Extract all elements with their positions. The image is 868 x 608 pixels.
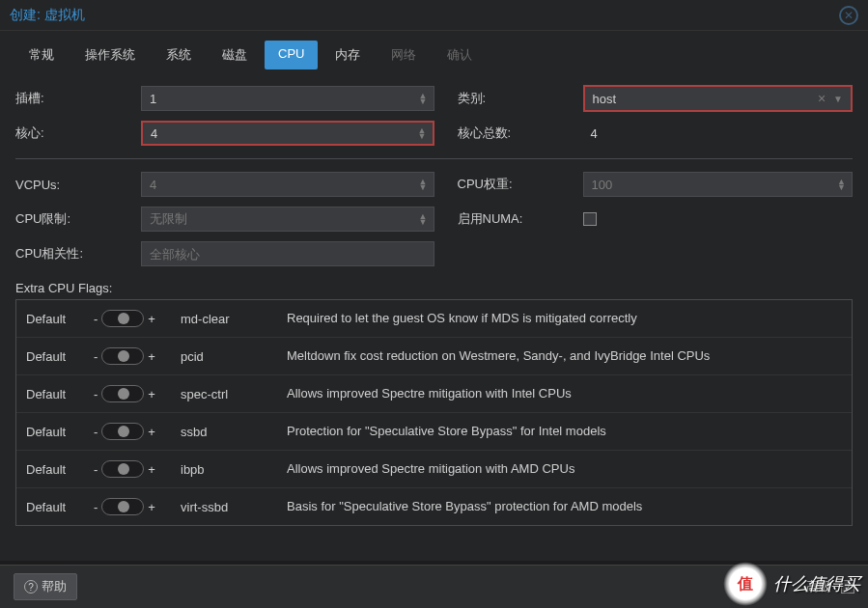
type-label: 类别: <box>458 90 583 107</box>
cpu-weight-label: CPU权重: <box>458 176 583 193</box>
flag-tristate[interactable]: -+ <box>94 347 181 365</box>
flag-name: virt-ssbd <box>181 500 287 514</box>
tab-操作系统[interactable]: 操作系统 <box>71 41 149 69</box>
flag-default-label: Default <box>26 425 94 439</box>
cpu-weight-value: 100 <box>592 178 613 192</box>
vcpus-value: 4 <box>150 178 156 192</box>
tab-网络: 网络 <box>378 41 430 69</box>
flag-name: ssbd <box>181 425 287 439</box>
flag-default-label: Default <box>26 462 94 477</box>
cores-input[interactable] <box>151 126 425 141</box>
flag-description: Meltdown fix cost reduction on Westmere,… <box>287 348 842 365</box>
cpu-limit-field[interactable]: 无限制 ▲▼ <box>141 207 434 232</box>
tab-系统[interactable]: 系统 <box>153 41 205 69</box>
tab-磁盘[interactable]: 磁盘 <box>209 41 261 69</box>
flag-row: Default-+pcidMeltdown fix cost reduction… <box>16 338 852 375</box>
sockets-label: 插槽: <box>15 90 141 107</box>
cpu-flags-list[interactable]: Default-+md-clearRequired to let the gue… <box>15 299 853 526</box>
total-cores-value: 4 <box>583 126 598 141</box>
spinner-icon[interactable]: ▲▼ <box>419 93 428 104</box>
cpu-type-select[interactable]: host ×▼ <box>583 85 854 112</box>
flag-default-label: Default <box>26 500 94 514</box>
flag-tristate[interactable]: -+ <box>94 423 181 440</box>
tab-确认: 确认 <box>434 41 486 69</box>
cpu-limit-value: 无限制 <box>150 210 187 228</box>
flag-row: Default-+ibpbAllows improved Spectre mit… <box>16 451 852 488</box>
spinner-icon[interactable]: ▲▼ <box>419 179 428 190</box>
tab-bar: 常规操作系统系统磁盘CPU内存网络确认 <box>0 31 868 73</box>
spinner-icon[interactable]: ▲▼ <box>418 127 427 139</box>
flag-default-label: Default <box>26 312 94 326</box>
flag-name: pcid <box>181 349 287 364</box>
flag-tristate[interactable]: -+ <box>94 310 181 327</box>
flag-tristate[interactable]: -+ <box>94 498 181 515</box>
cores-field[interactable]: ▲▼ <box>141 121 434 146</box>
vcpus-label: VCPUs: <box>15 178 141 192</box>
chevron-down-icon[interactable]: ▼ <box>833 94 843 104</box>
flag-row: Default-+md-clearRequired to let the gue… <box>16 300 852 338</box>
sockets-input[interactable] <box>150 92 426 106</box>
close-icon[interactable]: ✕ <box>839 6 858 25</box>
question-icon: ? <box>24 580 38 594</box>
cpu-affinity-input[interactable] <box>150 247 426 262</box>
cpu-type-value: host <box>593 92 617 106</box>
flag-tristate[interactable]: -+ <box>94 460 181 478</box>
help-button[interactable]: ? 帮助 <box>14 573 77 600</box>
advanced-label: 高级 <box>806 578 831 595</box>
cpu-weight-field[interactable]: 100 ▲▼ <box>583 172 854 197</box>
extra-cpu-flags-title: Extra CPU Flags: <box>15 281 853 295</box>
flag-row: Default-+virt-ssbdBasis for "Speculative… <box>16 488 852 526</box>
spinner-icon[interactable]: ▲▼ <box>419 213 428 225</box>
tab-常规[interactable]: 常规 <box>15 41 68 69</box>
tab-CPU[interactable]: CPU <box>265 41 318 69</box>
flag-description: Required to let the guest OS know if MDS… <box>287 311 842 327</box>
flag-name: md-clear <box>181 312 287 326</box>
help-label: 帮助 <box>42 578 67 595</box>
flag-default-label: Default <box>26 387 94 401</box>
numa-checkbox[interactable] <box>583 212 597 226</box>
flag-row: Default-+ssbdProtection for "Speculative… <box>16 413 852 451</box>
dialog-title: 创建: 虚拟机 <box>10 7 85 24</box>
cpu-affinity-field[interactable] <box>141 241 434 266</box>
cpu-limit-label: CPU限制: <box>15 210 141 228</box>
advanced-checkbox[interactable]: ✓ <box>841 580 854 594</box>
tab-内存[interactable]: 内存 <box>322 41 374 69</box>
flag-description: Allows improved Spectre mitigation with … <box>287 461 842 478</box>
flag-name: ibpb <box>181 462 287 477</box>
cpu-affinity-label: CPU相关性: <box>15 245 141 263</box>
flag-description: Allows improved Spectre mitigation with … <box>287 386 842 402</box>
vcpus-field[interactable]: 4 ▲▼ <box>141 172 434 197</box>
flag-name: spec-ctrl <box>181 387 287 401</box>
flag-tristate[interactable]: -+ <box>94 385 181 402</box>
numa-label: 启用NUMA: <box>458 210 583 228</box>
cores-label: 核心: <box>15 124 141 142</box>
flag-row: Default-+spec-ctrlAllows improved Spectr… <box>16 375 852 413</box>
spinner-icon[interactable]: ▲▼ <box>837 179 846 190</box>
flag-default-label: Default <box>26 349 94 364</box>
flag-description: Protection for "Speculative Store Bypass… <box>287 424 842 440</box>
flag-description: Basis for "Speculative Store Bypass" pro… <box>287 499 842 515</box>
clear-icon[interactable]: × <box>818 91 826 106</box>
total-cores-label: 核心总数: <box>458 124 583 142</box>
sockets-field[interactable]: ▲▼ <box>141 86 434 111</box>
